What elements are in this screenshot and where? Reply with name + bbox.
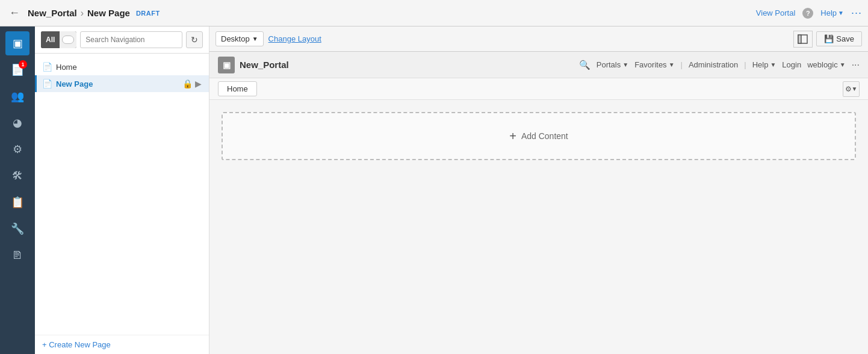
back-button[interactable]: ← <box>6 5 23 22</box>
sidebar-item-components[interactable]: 📋 <box>5 190 29 214</box>
new-page-label: New Page <box>56 79 179 88</box>
portal-icon: ▣ <box>13 37 23 50</box>
separator1: | <box>681 60 683 69</box>
add-content-plus-icon: + <box>509 129 516 143</box>
home-label: Home <box>56 63 202 72</box>
add-content-text: Add Content <box>521 131 568 141</box>
all-label: All <box>41 31 60 48</box>
users-icon: 👥 <box>11 90 24 103</box>
view-portal-link[interactable]: View Portal <box>756 8 796 17</box>
toggle-switch[interactable] <box>60 31 76 48</box>
breadcrumb: New_Portal › New Page DRAFT <box>28 8 160 19</box>
components-icon: 📋 <box>11 196 24 209</box>
pages-badge: 1 <box>19 60 27 69</box>
desktop-chevron: ▼ <box>252 36 258 42</box>
portal-logo-icon: ▣ <box>218 57 235 73</box>
wrench-icon: 🔧 <box>11 222 24 235</box>
left-sidebar: ▣ 📄 1 👥 ◕ ⚙ 🛠 📋 🔧 🖹 <box>0 26 35 354</box>
nav-tree: 📄 Home 📄 New Page 🔒 ▶ <box>35 54 209 335</box>
change-layout-button[interactable]: Change Layout <box>268 34 321 43</box>
main-layout: ▣ 📄 1 👥 ◕ ⚙ 🛠 📋 🔧 🖹 All <box>0 26 868 354</box>
settings-chevron: ▼ <box>852 85 858 92</box>
portal-search-icon[interactable]: 🔍 <box>579 60 591 70</box>
portal-more-icon[interactable]: ··· <box>852 60 860 70</box>
settings-icon: ⚙ <box>13 143 22 156</box>
portal-header: ▣ New_Portal 🔍 Portals ▼ Favorites ▼ | A… <box>209 52 868 78</box>
create-new-page-button[interactable]: + Create New Page <box>35 335 209 354</box>
nav-panel: All ↻ 📄 Home 📄 New Page 🔒 ▶ <box>35 26 209 354</box>
desktop-label: Desktop <box>221 34 250 43</box>
separator2: | <box>744 60 746 69</box>
navigation-icon: ◕ <box>13 116 22 129</box>
breadcrumb-page: New Page <box>87 8 130 18</box>
content-area: Desktop ▼ Change Layout 💾 Save <box>209 26 868 354</box>
portal-name-label: New_Portal <box>240 60 289 70</box>
desktop-button[interactable]: Desktop ▼ <box>215 31 264 46</box>
login-link[interactable]: Login <box>782 60 801 69</box>
save-button[interactable]: 💾 Save <box>816 31 862 46</box>
page-icon: 📄 <box>42 62 52 72</box>
portals-link[interactable]: Portals ▼ <box>597 60 628 69</box>
content-toolbar: Desktop ▼ Change Layout 💾 Save <box>209 26 868 52</box>
refresh-button[interactable]: ↻ <box>186 31 203 48</box>
favorites-chevron: ▼ <box>669 61 675 68</box>
chevron-right-icon[interactable]: ▶ <box>195 79 202 88</box>
portal-subnav-right: ⚙▼ <box>843 81 860 97</box>
help-menu[interactable]: Help ▼ <box>820 8 844 17</box>
save-label: Save <box>836 34 854 43</box>
top-bar: ← New_Portal › New Page DRAFT View Porta… <box>0 0 868 26</box>
help-chevron2: ▼ <box>770 61 776 68</box>
nav-panel-toolbar: All ↻ <box>35 26 209 54</box>
sidebar-item-navigation[interactable]: ◕ <box>5 111 29 135</box>
portals-chevron: ▼ <box>622 61 628 68</box>
help-link[interactable]: Help ▼ <box>752 60 777 69</box>
favorites-link[interactable]: Favorites ▼ <box>634 60 674 69</box>
page-icon-active: 📄 <box>42 79 52 88</box>
portal-home-button[interactable]: Home <box>218 81 257 96</box>
portal-subnav: Home ⚙▼ <box>209 78 868 100</box>
portal-header-right: 🔍 Portals ▼ Favorites ▼ | Administration… <box>579 60 860 70</box>
draft-badge: DRAFT <box>136 10 160 17</box>
nav-item-home[interactable]: 📄 Home <box>35 58 209 75</box>
sidebar-item-pages[interactable]: 📄 1 <box>5 58 29 82</box>
help-chevron: ▼ <box>838 10 844 16</box>
sidebar-item-wrench[interactable]: 🔧 <box>5 217 29 241</box>
administration-link[interactable]: Administration <box>689 60 738 69</box>
portal-settings-button[interactable]: ⚙▼ <box>843 81 860 97</box>
toggle-knob <box>62 36 74 44</box>
create-page-label: + Create New Page <box>42 340 111 349</box>
sidebar-item-db[interactable]: 🖹 <box>5 243 29 267</box>
breadcrumb-portal[interactable]: New_Portal <box>28 8 77 18</box>
tools-icon: 🛠 <box>12 170 23 182</box>
sidebar-item-users[interactable]: 👥 <box>5 84 29 108</box>
portal-preview: ▣ New_Portal 🔍 Portals ▼ Favorites ▼ | A… <box>209 52 868 354</box>
db-icon: 🖹 <box>12 249 23 262</box>
save-icon: 💾 <box>824 34 834 43</box>
all-toggle[interactable]: All <box>41 31 76 48</box>
content-toolbar-right: 💾 Save <box>793 31 862 48</box>
nav-item-new-page[interactable]: 📄 New Page 🔒 ▶ <box>35 75 209 92</box>
help-label: Help <box>820 8 837 17</box>
lock-icon[interactable]: 🔒 <box>182 79 193 88</box>
portal-logo: ▣ New_Portal <box>218 57 289 73</box>
portal-content: + Add Content <box>209 100 868 354</box>
svg-rect-1 <box>798 35 801 43</box>
user-chevron: ▼ <box>840 61 846 68</box>
page-view-icon <box>798 34 808 44</box>
more-options-button[interactable]: ··· <box>851 7 862 19</box>
add-content-zone[interactable]: + Add Content <box>222 112 856 160</box>
top-bar-right: View Portal ? Help ▼ ··· <box>756 7 862 19</box>
breadcrumb-separator: › <box>81 8 84 19</box>
page-view-button[interactable] <box>793 31 813 48</box>
sidebar-item-tools[interactable]: 🛠 <box>5 164 29 188</box>
add-content-label: + Add Content <box>509 129 568 143</box>
search-nav-input[interactable] <box>80 31 182 48</box>
nav-item-actions: 🔒 ▶ <box>182 79 202 88</box>
user-link[interactable]: weblogic ▼ <box>807 60 846 69</box>
help-icon[interactable]: ? <box>802 8 813 19</box>
sidebar-item-portal[interactable]: ▣ <box>5 31 29 55</box>
sidebar-item-settings[interactable]: ⚙ <box>5 137 29 161</box>
